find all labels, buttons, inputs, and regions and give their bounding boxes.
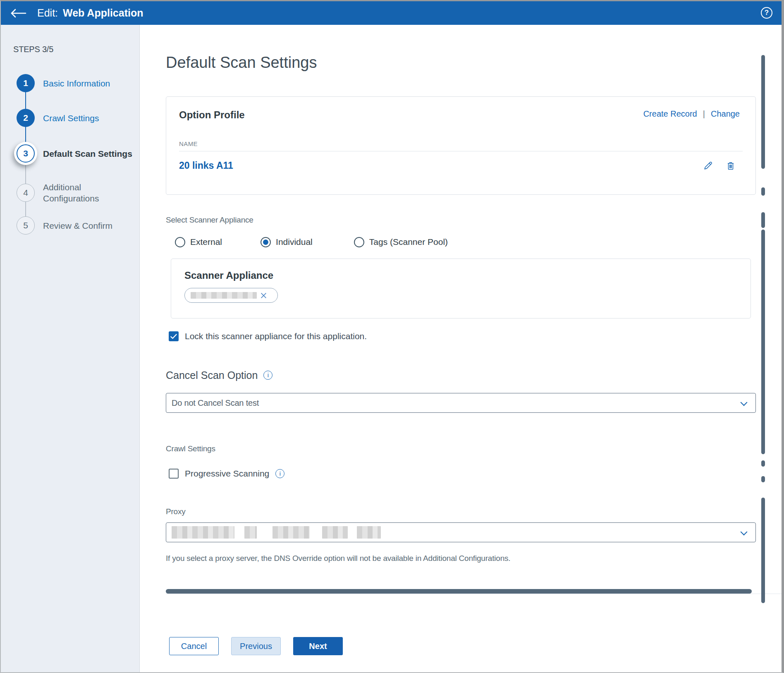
top-header-bar: Edit: Web Application ? <box>1 1 782 25</box>
cancel-scan-select[interactable]: Do not Cancel Scan test <box>166 393 756 413</box>
title-main: Web Application <box>63 7 143 19</box>
scanner-appliance-chip[interactable] <box>184 288 278 303</box>
step-2-circle: 2 <box>17 109 35 127</box>
horizontal-scrollbar-thumb[interactable] <box>166 589 752 594</box>
lock-checkbox[interactable] <box>169 331 179 341</box>
sidebar-step-additional-configurations[interactable]: 4 Additional Configurations <box>17 182 136 204</box>
crawl-settings-label: Crawl Settings <box>166 444 756 454</box>
previous-button[interactable]: Previous <box>231 637 281 655</box>
proxy-select[interactable] <box>166 522 756 542</box>
proxy-help-text: If you select a proxy server, the DNS Ov… <box>166 553 756 563</box>
steps-progress-label: STEPS 3/5 <box>13 45 53 54</box>
back-arrow-icon[interactable] <box>10 8 26 19</box>
chip-remove-x-icon[interactable] <box>260 292 267 299</box>
select-scanner-appliance-label: Select Scanner Appliance <box>166 215 756 225</box>
step-2-label: Crawl Settings <box>43 113 136 124</box>
change-link[interactable]: Change <box>711 109 740 119</box>
page-title: Default Scan Settings <box>166 53 756 72</box>
redacted-value <box>191 292 257 299</box>
option-profile-row: 20 links A11 <box>179 151 736 171</box>
lock-checkbox-label: Lock this scanner appliance for this app… <box>185 331 367 341</box>
vertical-scrollbar-segment[interactable] <box>761 230 765 454</box>
vertical-scrollbar-segment[interactable] <box>761 187 765 196</box>
name-column-header: NAME <box>179 140 743 151</box>
help-icon[interactable]: ? <box>761 7 772 19</box>
radio-external[interactable]: External <box>175 237 222 247</box>
cancel-scan-option-text: Cancel Scan Option <box>166 369 258 381</box>
step-3-circle-outer: 3 <box>14 142 37 165</box>
edit-pencil-icon[interactable] <box>703 160 713 171</box>
cancel-button[interactable]: Cancel <box>169 637 219 655</box>
radio-individual-circle <box>261 237 271 247</box>
step-5-circle: 5 <box>17 216 35 235</box>
step-4-circle: 4 <box>17 184 35 202</box>
step-3-label: Default Scan Settings <box>43 148 136 159</box>
horizontal-scrollbar-track <box>166 594 782 594</box>
radio-external-label: External <box>190 237 222 247</box>
cancel-scan-selected-value: Do not Cancel Scan test <box>172 398 259 408</box>
proxy-label: Proxy <box>166 507 756 517</box>
progressive-scanning-label: Progressive Scanning <box>185 469 269 479</box>
step-5-label: Review & Confirm <box>43 220 136 231</box>
page-header-title: Edit: Web Application <box>37 7 143 19</box>
progressive-scanning-row: Progressive Scanning i <box>169 468 756 479</box>
vertical-scrollbar-segment[interactable] <box>761 460 765 467</box>
redacted-proxy-value <box>172 526 381 539</box>
steps-sidebar: STEPS 3/5 1 Basic Information 2 Crawl Se… <box>1 25 140 672</box>
vertical-scrollbar-segment[interactable] <box>761 476 765 482</box>
radio-individual[interactable]: Individual <box>261 237 313 247</box>
title-prefix: Edit: <box>37 7 58 19</box>
radio-tags-label: Tags (Scanner Pool) <box>369 237 448 247</box>
step-4-label: Additional Configurations <box>43 182 136 204</box>
chevron-down-icon <box>741 399 748 406</box>
footer-button-row: Cancel Previous Next <box>169 637 756 655</box>
vertical-scrollbar-segment[interactable] <box>761 55 765 169</box>
scanner-appliance-card: Scanner Appliance <box>171 259 751 319</box>
create-record-link[interactable]: Create Record <box>643 109 697 119</box>
info-icon[interactable]: i <box>275 469 284 478</box>
vertical-scrollbar-segment[interactable] <box>761 498 765 603</box>
next-button[interactable]: Next <box>293 637 343 655</box>
scanner-appliance-title: Scanner Appliance <box>184 270 751 281</box>
cancel-scan-option-heading: Cancel Scan Option i <box>166 369 756 382</box>
scanner-type-radio-group: External Individual Tags (Scanner Pool) <box>166 236 756 248</box>
progressive-scanning-checkbox[interactable] <box>169 469 179 479</box>
radio-tags-scanner-pool[interactable]: Tags (Scanner Pool) <box>354 237 448 247</box>
app-window: Edit: Web Application ? STEPS 3/5 1 Basi… <box>0 0 784 673</box>
main-content: Default Scan Settings Option Profile Cre… <box>140 25 782 672</box>
option-profile-name-link[interactable]: 20 links A11 <box>179 160 233 171</box>
step-1-label: Basic Information <box>43 78 136 89</box>
radio-external-circle <box>175 237 185 247</box>
option-profile-card: Option Profile Create Record | Change NA… <box>166 96 756 195</box>
sidebar-step-review-confirm[interactable]: 5 Review & Confirm <box>17 216 136 235</box>
delete-trash-icon[interactable] <box>726 160 736 171</box>
option-profile-title: Option Profile <box>179 109 245 121</box>
sidebar-step-crawl-settings[interactable]: 2 Crawl Settings <box>17 109 136 127</box>
step-3-circle: 3 <box>17 144 35 163</box>
chevron-down-icon <box>741 529 748 536</box>
link-separator: | <box>703 109 705 119</box>
radio-individual-label: Individual <box>276 237 313 247</box>
radio-tags-circle <box>354 237 364 247</box>
sidebar-step-basic-information[interactable]: 1 Basic Information <box>17 74 136 92</box>
vertical-scrollbar-segment[interactable] <box>761 212 765 228</box>
sidebar-step-default-scan-settings[interactable]: 3 Default Scan Settings <box>14 142 136 165</box>
step-1-circle: 1 <box>17 74 35 92</box>
info-icon[interactable]: i <box>263 371 272 380</box>
lock-scanner-row: Lock this scanner appliance for this app… <box>169 331 756 342</box>
